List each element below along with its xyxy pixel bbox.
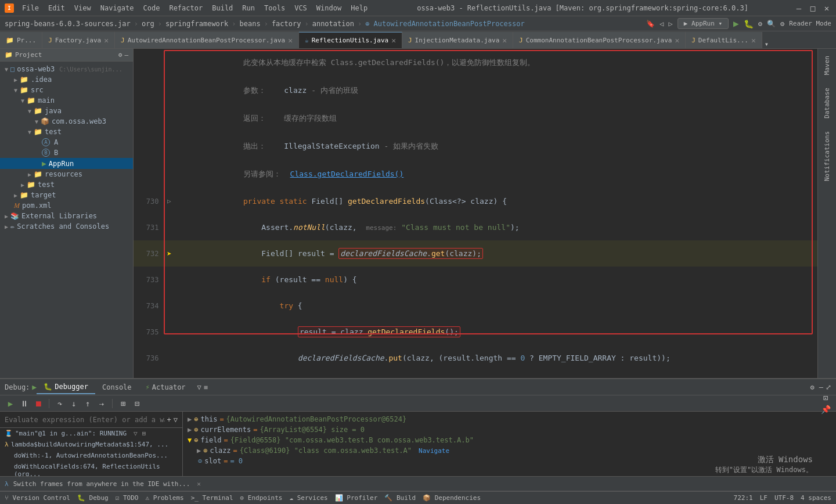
tab-console[interactable]: Console [95, 381, 139, 394]
status-position[interactable]: 722:1 [734, 494, 753, 502]
menu-edit[interactable]: Edit [45, 3, 69, 13]
tab-common-close[interactable]: ✕ [675, 36, 679, 45]
menu-navigate[interactable]: Navigate [97, 3, 138, 13]
tab-injection[interactable]: J InjectionMetadata.java ✕ [402, 32, 513, 48]
resume-button[interactable]: ▶ [5, 398, 16, 409]
tree-src[interactable]: ▼ 📁 src [0, 85, 133, 95]
tab-injection-close[interactable]: ✕ [502, 36, 507, 45]
database-icon[interactable]: Database [823, 83, 831, 123]
expression-input[interactable] [5, 416, 165, 424]
menu-help[interactable]: Help [347, 3, 371, 13]
sidebar-settings-icon[interactable]: ⚙ [118, 51, 122, 59]
tree-external[interactable]: ▶ 📚 External Libraries [0, 211, 133, 221]
back-icon[interactable]: ◁ [660, 20, 664, 28]
tab-debugger[interactable]: 🐛 Debugger [37, 380, 95, 394]
tab-default[interactable]: J DefaultLis... ✕ [686, 32, 762, 48]
expand-icon[interactable]: ⊞ [142, 430, 146, 437]
tabs-overflow-button[interactable]: ▾ [765, 40, 769, 48]
tree-scratches[interactable]: ▶ ✏ Scratches and Consoles [0, 221, 133, 232]
tree-test-folder[interactable]: ▼ 📁 test [0, 127, 133, 137]
status-profiler[interactable]: 📊 Profiler [335, 494, 378, 502]
run-to-cursor-button[interactable]: ⇢ [96, 398, 107, 409]
sidebar-collapse-icon[interactable]: — [124, 51, 128, 59]
status-todo[interactable]: ☑ TODO [116, 494, 139, 502]
menu-window[interactable]: Window [313, 3, 345, 13]
panel-expand-icon[interactable]: ⤢ [826, 383, 831, 391]
frame-main-thread[interactable]: 🧵 "main"@1 in g...ain": RUNNING ▽ ⊞ [0, 428, 182, 439]
breadcrumb-factory[interactable]: factory [272, 20, 301, 28]
var-field-expand[interactable]: ▼ [188, 436, 192, 444]
menu-refactor[interactable]: Refactor [165, 3, 206, 13]
frame-dowithlocal[interactable]: doWithLocalFields:674, ReflectionUtils (… [0, 461, 182, 476]
tab-common[interactable]: J CommonAnnotationBeanPostProcessor.java… [513, 32, 686, 48]
threads-button[interactable]: ⊟ [131, 398, 143, 409]
menu-bar[interactable]: File Edit View Navigate Code Refactor Bu… [19, 3, 371, 13]
menu-code[interactable]: Code [140, 3, 164, 13]
close-button[interactable]: ✕ [822, 3, 831, 13]
menu-view[interactable]: View [71, 3, 95, 13]
notifications-icon[interactable]: Notifications [823, 127, 831, 186]
switch-frames-close[interactable]: ✕ [197, 480, 201, 488]
pause-button[interactable]: ⏸ [19, 398, 30, 409]
tree-class-b[interactable]: B B [0, 147, 133, 158]
status-build[interactable]: 🔨 Build [384, 494, 416, 502]
app-run-button[interactable]: ▶ AppRun ▾ [678, 18, 729, 29]
status-debug[interactable]: 🐛 Debug [77, 494, 109, 502]
status-lf[interactable]: LF [760, 494, 767, 502]
tab-autowired[interactable]: J AutowiredAnnotationBeanPostProcessor.j… [115, 32, 299, 48]
restore-layout-button[interactable]: ⊡ [820, 392, 831, 404]
var-clazz-expand[interactable]: ▶ [197, 447, 201, 455]
tree-package[interactable]: ▼ 📦 com.ossa.web3 [0, 116, 133, 127]
reader-mode-button[interactable]: Reader Mode [789, 20, 831, 27]
tab-factory[interactable]: J Factory.java ✕ [42, 32, 115, 48]
var-curr-expand[interactable]: ▶ [188, 426, 192, 434]
breadcrumb-annotation[interactable]: annotation [312, 20, 354, 28]
breadcrumb-org[interactable]: org [142, 20, 154, 28]
menu-file[interactable]: File [19, 3, 42, 13]
maximize-button[interactable]: □ [808, 3, 817, 13]
debug-icon[interactable]: 🐛 [744, 19, 754, 28]
search-icon[interactable]: 🔍 [767, 20, 776, 28]
debug-filter-icon[interactable]: ▽ [197, 383, 201, 391]
tab-reflection[interactable]: ☕ ReflectionUtils.java ✕ [299, 32, 402, 48]
stop-button[interactable]: ⏹ [33, 398, 44, 409]
menu-build[interactable]: Build [208, 3, 236, 13]
step-out-button[interactable]: ↑ [82, 398, 93, 409]
status-dependencies[interactable]: 📦 Dependencies [423, 494, 481, 502]
debug-config-icon[interactable]: ≡ [204, 383, 208, 391]
breadcrumb-class[interactable]: ⊕ AutowiredAnnotationBeanPostProcessor [365, 20, 525, 28]
expression-nav-icon[interactable]: ▽ [174, 416, 178, 424]
navigate-link[interactable]: Navigate [419, 447, 449, 455]
tree-java[interactable]: ▼ 📁 java [0, 106, 133, 116]
settings-icon[interactable]: ⚙ [758, 20, 762, 28]
tree-ossa-web3[interactable]: ▼ □ ossa-web3 C:\Users\sunjin... [0, 64, 133, 74]
tab-reflection-close[interactable]: ✕ [391, 36, 396, 45]
status-version-control[interactable]: ⑂ Version Control [5, 494, 70, 502]
tab-default-close[interactable]: ✕ [751, 36, 756, 45]
menu-run[interactable]: Run [239, 3, 258, 13]
forward-icon[interactable]: ▷ [669, 20, 673, 28]
run-green-icon[interactable]: ▶ [733, 18, 739, 29]
maven-icon[interactable]: Maven [823, 51, 831, 80]
minimize-button[interactable]: — [794, 3, 803, 13]
tree-apprun[interactable]: ▶ AppRun [0, 158, 133, 169]
status-encoding[interactable]: UTF-8 [774, 494, 794, 502]
status-problems[interactable]: ⚠ Problems [145, 494, 183, 502]
frame-lambda[interactable]: λ lambda$buildAutowiringMetadata$1:547, … [0, 439, 182, 450]
breadcrumb-jar[interactable]: spring-beans-6.0.3-sources.jar [5, 20, 131, 28]
status-endpoints[interactable]: ⊙ Endpoints [240, 494, 283, 502]
step-into-button[interactable]: ↓ [68, 398, 80, 409]
status-services[interactable]: ☁ Services [289, 494, 327, 502]
tree-test2[interactable]: ▶ 📁 test [0, 179, 133, 190]
tree-pom[interactable]: 𝑀 pom.xml [0, 200, 133, 211]
tab-factory-close[interactable]: ✕ [104, 36, 109, 45]
frame-dowith[interactable]: doWith:-1, AutowiredAnnotationBeanPos... [0, 450, 182, 461]
breadcrumb-beans[interactable]: beans [240, 20, 261, 28]
code-container[interactable]: 此变体从本地缓存中检索 Class.getDeclaredFields()，以避… [134, 49, 817, 378]
tree-target[interactable]: ▶ 📁 target [0, 190, 133, 200]
menu-tools[interactable]: Tools [261, 3, 289, 13]
menu-vcs[interactable]: VCS [291, 3, 311, 13]
tree-main[interactable]: ▼ 📁 main [0, 95, 133, 106]
window-controls[interactable]: — □ ✕ [794, 3, 831, 13]
debug-settings-icon[interactable]: ⚙ [810, 383, 815, 391]
